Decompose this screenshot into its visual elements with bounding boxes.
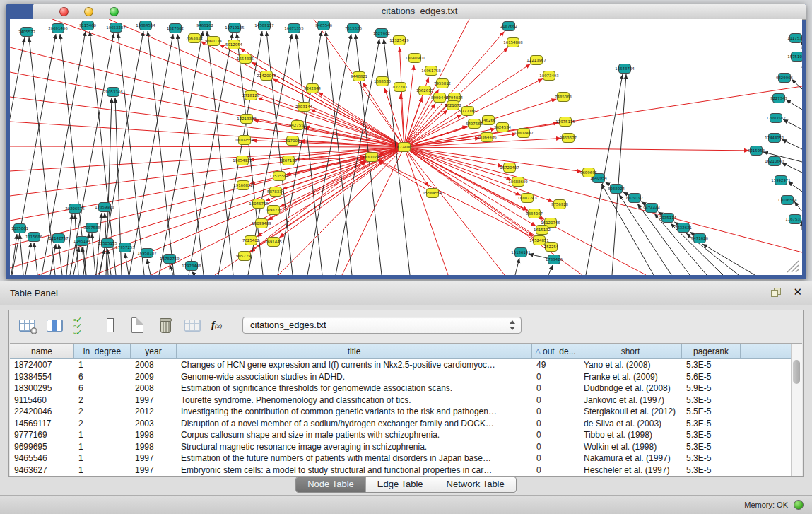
tab-network-table[interactable]: Network Table: [435, 477, 516, 492]
cell-pagerank[interactable]: 5.3E-5: [682, 359, 741, 371]
cell-out_degree[interactable]: 0: [532, 382, 579, 395]
cell-title[interactable]: Tourette syndrome. Phenomenology and cla…: [177, 395, 532, 407]
cell-year[interactable]: 1997: [131, 395, 177, 407]
cell-pagerank[interactable]: 5.5E-5: [682, 406, 741, 418]
cell-out_degree[interactable]: 0: [532, 429, 579, 441]
cell-pagerank[interactable]: 5.3E-5: [682, 429, 741, 441]
cell-out_degree[interactable]: 0: [532, 395, 579, 407]
cell-name[interactable]: 9699695: [10, 441, 74, 453]
network-select[interactable]: citations_edges.txt: [242, 317, 522, 334]
table-settings-icon[interactable]: [18, 317, 37, 334]
cell-title[interactable]: Investigating the contribution of common…: [177, 406, 532, 418]
table-row[interactable]: 1456911722003Disruption of a novel membe…: [10, 418, 802, 430]
cell-in_degree[interactable]: 1: [74, 465, 131, 477]
cell-in_degree[interactable]: 2: [74, 395, 131, 407]
cell-out_degree[interactable]: 0: [532, 406, 579, 418]
close-panel-icon[interactable]: ✕: [793, 286, 802, 298]
cell-short[interactable]: Wolkin et al. (1998): [579, 441, 682, 453]
cell-in_degree[interactable]: 1: [74, 359, 131, 371]
cell-in_degree[interactable]: 6: [74, 382, 131, 395]
cell-name[interactable]: 18724007: [10, 359, 74, 371]
column-header-short[interactable]: short: [579, 344, 682, 358]
window-titlebar[interactable]: citations_edges.txt: [33, 4, 806, 20]
cell-name[interactable]: 9465546: [10, 452, 74, 465]
memory-ok-indicator[interactable]: [794, 500, 804, 510]
cell-out_degree[interactable]: 0: [532, 452, 579, 465]
network-graph[interactable]: 2405572206914069115460106532871938455415…: [10, 19, 802, 275]
table-row[interactable]: 911546021997Tourette syndrome. Phenomeno…: [10, 395, 802, 407]
cell-title[interactable]: Corpus callosum shape and size in male p…: [177, 429, 532, 441]
vertical-scrollbar[interactable]: [791, 344, 802, 476]
canvas-resize-grip[interactable]: [787, 261, 799, 272]
cell-title[interactable]: Structural magnetic resonance image aver…: [177, 441, 532, 453]
table-row[interactable]: 2242004622012Investigating the contribut…: [10, 406, 802, 418]
cell-in_degree[interactable]: 1: [74, 429, 131, 441]
column-header-name[interactable]: name: [10, 344, 74, 358]
function-builder-icon[interactable]: f(x): [211, 317, 230, 334]
float-panel-icon[interactable]: [771, 288, 781, 297]
cell-title[interactable]: Embryonic stem cells: a model to study s…: [177, 465, 532, 477]
show-columns-icon[interactable]: [46, 317, 64, 334]
cell-in_degree[interactable]: 6: [74, 371, 131, 383]
table-row[interactable]: 946362711997Embryonic stem cells: a mode…: [10, 465, 802, 477]
cell-short[interactable]: Tibbo et al. (1998): [579, 429, 682, 441]
cell-in_degree[interactable]: 2: [74, 418, 131, 430]
cell-in_degree[interactable]: 1: [74, 452, 131, 465]
table-row[interactable]: 1938455462009Genome-wide association stu…: [10, 371, 802, 383]
cell-title[interactable]: Estimation of the future numbers of pati…: [177, 452, 532, 465]
column-header-pagerank[interactable]: pagerank: [682, 344, 741, 358]
cell-out_degree[interactable]: 0: [532, 441, 579, 453]
cell-title[interactable]: Disruption of a novel member of a sodium…: [177, 418, 532, 430]
cell-title[interactable]: Genome-wide association studies in ADHD.: [177, 371, 532, 383]
new-table-icon[interactable]: [129, 317, 147, 334]
network-canvas[interactable]: 2405572206914069115460106532871938455415…: [10, 19, 802, 275]
table-row[interactable]: 977716911998Corpus callosum shape and si…: [10, 429, 802, 441]
cell-year[interactable]: 2008: [131, 382, 177, 395]
delete-table-icon[interactable]: [156, 317, 175, 334]
cell-year[interactable]: 2008: [131, 359, 177, 371]
cell-title[interactable]: Changes of HCN gene expression and I(f) …: [177, 359, 532, 371]
cell-short[interactable]: de Silva et al. (2003): [579, 418, 682, 430]
cell-pagerank[interactable]: 5.3E-5: [682, 418, 741, 430]
cell-name[interactable]: 19384554: [10, 371, 74, 383]
cell-pagerank[interactable]: 5.3E-5: [682, 395, 741, 407]
cell-year[interactable]: 1997: [131, 452, 177, 465]
cell-short[interactable]: Dudbridge et al. (2008): [579, 382, 682, 395]
cell-year[interactable]: 2009: [131, 371, 177, 383]
table-row[interactable]: 969969511998Structural magnetic resonanc…: [10, 441, 802, 453]
tab-edge-table[interactable]: Edge Table: [366, 477, 435, 492]
cell-year[interactable]: 1998: [131, 429, 177, 441]
table-row[interactable]: 1830029562008Estimation of significance …: [10, 382, 802, 395]
table-row[interactable]: 1872400712008Changes of HCN gene express…: [10, 359, 802, 371]
cell-name[interactable]: 9463627: [10, 465, 74, 477]
cell-out_degree[interactable]: 0: [532, 465, 579, 477]
column-header-out_degree[interactable]: △out_de...: [532, 344, 579, 358]
cell-pagerank[interactable]: 5.9E-5: [682, 382, 741, 395]
cell-title[interactable]: Estimation of significance thresholds fo…: [177, 382, 532, 395]
cell-name[interactable]: 22420046: [10, 406, 74, 418]
cell-pagerank[interactable]: 5.3E-5: [682, 441, 741, 453]
cell-name[interactable]: 9115460: [10, 395, 74, 407]
cell-pagerank[interactable]: 5.3E-5: [682, 465, 741, 477]
table-row[interactable]: 946554611997Estimation of the future num…: [10, 452, 802, 465]
cell-pagerank[interactable]: 5.6E-5: [682, 371, 741, 383]
row-checkmarks-icon[interactable]: ▫✓▫✓▫✓: [73, 317, 92, 334]
cell-name[interactable]: 18300295: [10, 382, 74, 395]
cell-short[interactable]: Franke et al. (2009): [579, 371, 682, 383]
cell-out_degree[interactable]: 0: [532, 418, 579, 430]
cell-year[interactable]: 2003: [131, 418, 177, 430]
cell-name[interactable]: 14569117: [10, 418, 74, 430]
scrollbar-thumb[interactable]: [793, 360, 800, 384]
column-header-in_degree[interactable]: in_degree: [74, 344, 131, 358]
cell-year[interactable]: 1998: [131, 441, 177, 453]
cell-short[interactable]: Stergiakouli et al. (2012): [579, 406, 682, 418]
cell-year[interactable]: 2012: [131, 406, 177, 418]
cell-name[interactable]: 9777169: [10, 429, 74, 441]
column-header-title[interactable]: title: [177, 344, 532, 358]
rows-icon[interactable]: [101, 317, 119, 334]
tab-node-table[interactable]: Node Table: [296, 477, 366, 492]
cell-short[interactable]: Nakamura et al. (1997): [579, 452, 682, 465]
cell-out_degree[interactable]: 49: [532, 359, 579, 371]
cell-short[interactable]: Yano et al. (2008): [579, 359, 682, 371]
cell-short[interactable]: Hescheler et al. (1997): [579, 465, 682, 477]
